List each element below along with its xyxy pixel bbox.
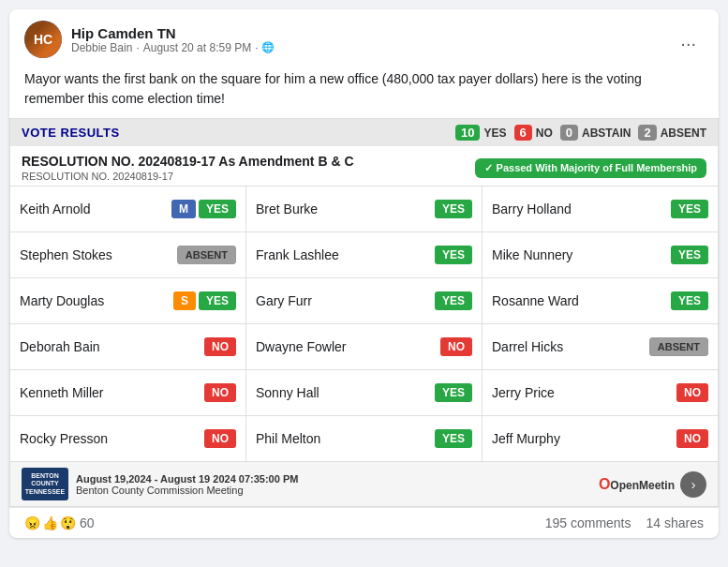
vote-tag: ABSENT bbox=[177, 246, 236, 264]
vote-badges: YES bbox=[435, 429, 472, 448]
yes-label: YES bbox=[483, 127, 506, 140]
footer-meeting: Benton County Commission Meeting bbox=[76, 485, 298, 496]
no-count-badge: 6 NO bbox=[514, 125, 553, 141]
open-meeting-logo: OOpenMeetin bbox=[599, 476, 675, 493]
table-row: Mike NunneryYES bbox=[483, 232, 718, 277]
vote-results-image: VOTE RESULTS 10 YES 6 NO 0 ABSTAIN 2 ABS… bbox=[9, 118, 719, 507]
member-name: Bret Burke bbox=[256, 201, 318, 216]
passed-text: Passed With Majority of Full Membership bbox=[497, 162, 697, 173]
vote-badges: SYES bbox=[173, 291, 236, 310]
vote-badges: ABSENT bbox=[649, 337, 708, 356]
resolution-header: RESOLUTION NO. 20240819-17 As Amendment … bbox=[10, 146, 718, 187]
abstain-count-badge: 0 ABSTAIN bbox=[560, 125, 631, 141]
vote-tag: YES bbox=[671, 200, 708, 218]
member-name: Mike Nunnery bbox=[492, 247, 572, 262]
yes-number: 10 bbox=[455, 125, 480, 141]
member-name: Stephen Stokes bbox=[20, 247, 112, 262]
nav-next-button[interactable]: › bbox=[680, 471, 706, 498]
vote-badges: MYES bbox=[171, 200, 236, 218]
vote-badges: YES bbox=[435, 383, 472, 402]
table-row: Jeff MurphyNO bbox=[483, 416, 718, 461]
table-row: Stephen StokesABSENT bbox=[10, 232, 245, 277]
check-icon: ✓ bbox=[484, 162, 493, 174]
vote-tag: NO bbox=[204, 337, 236, 356]
vote-tag: YES bbox=[435, 429, 472, 448]
vote-badges: YES bbox=[671, 246, 708, 264]
member-name: Dwayne Fowler bbox=[256, 339, 346, 354]
table-row: Gary FurrYES bbox=[246, 278, 482, 323]
absent-count-badge: 2 ABSENT bbox=[638, 125, 706, 141]
member-name: Rosanne Ward bbox=[492, 293, 579, 308]
no-number: 6 bbox=[514, 125, 532, 141]
footer-left: BENTON COUNTY TENNESSEE August 19,2024 -… bbox=[22, 468, 298, 500]
member-name: Phil Melton bbox=[256, 431, 320, 446]
vote-badges: YES bbox=[671, 291, 708, 310]
vote-badges: NO bbox=[204, 429, 236, 448]
vote-badges: YES bbox=[435, 246, 472, 264]
post-header-left: HC Hip Camden TN Debbie Bain · August 20… bbox=[24, 21, 275, 58]
member-name: Gary Furr bbox=[256, 293, 312, 308]
table-row: Jerry PriceNO bbox=[483, 370, 718, 415]
vote-footer: BENTON COUNTY TENNESSEE August 19,2024 -… bbox=[10, 461, 718, 506]
post-body: Mayor wants the first bank on the square… bbox=[9, 64, 719, 118]
member-name: Deborah Bain bbox=[20, 339, 100, 354]
post-footer: 😠 👍 😲 60 195 comments 14 shares bbox=[9, 507, 719, 538]
member-name: Sonny Hall bbox=[256, 385, 319, 400]
vote-badges: YES bbox=[435, 200, 472, 218]
member-name: Marty Douglas bbox=[20, 293, 104, 308]
table-row: Marty DouglasSYES bbox=[10, 278, 245, 323]
footer-date: August 19,2024 - August 19 2024 07:35:00… bbox=[76, 473, 298, 485]
no-label: NO bbox=[536, 127, 553, 140]
member-name: Jerry Price bbox=[492, 385, 555, 400]
absent-label: ABSENT bbox=[661, 127, 706, 140]
vote-tag: NO bbox=[676, 383, 708, 402]
table-row: Rocky PressonNO bbox=[10, 416, 245, 461]
vote-tag: YES bbox=[671, 291, 708, 310]
role-badge: S bbox=[173, 291, 196, 310]
vote-badges: ABSENT bbox=[177, 246, 236, 264]
post-meta: Hip Camden TN Debbie Bain · August 20 at… bbox=[71, 25, 275, 54]
member-name: Kenneth Miller bbox=[20, 385, 104, 400]
member-name: Keith Arnold bbox=[20, 201, 91, 216]
vote-tag: NO bbox=[204, 383, 236, 402]
vote-badges: YES bbox=[671, 200, 708, 218]
absent-number: 2 bbox=[638, 125, 656, 141]
vote-badges: NO bbox=[676, 383, 708, 402]
vote-counts: 10 YES 6 NO 0 ABSTAIN 2 ABSENT bbox=[455, 125, 706, 141]
table-row: Sonny HallYES bbox=[246, 370, 482, 415]
post-card: HC Hip Camden TN Debbie Bain · August 20… bbox=[9, 9, 719, 538]
footer-right: OOpenMeetin › bbox=[599, 471, 706, 498]
vote-badges: NO bbox=[676, 429, 708, 448]
reactions-count[interactable]: 60 bbox=[80, 515, 95, 530]
resolution-subtitle: RESOLUTION NO. 20240819-17 bbox=[22, 171, 354, 182]
vote-header-bar: VOTE RESULTS 10 YES 6 NO 0 ABSTAIN 2 ABS… bbox=[10, 119, 718, 146]
vote-badges: NO bbox=[440, 337, 472, 356]
vote-tag: YES bbox=[435, 246, 472, 264]
abstain-number: 0 bbox=[560, 125, 578, 141]
table-row: Bret BurkeYES bbox=[246, 187, 482, 231]
comments-link[interactable]: 195 comments bbox=[545, 515, 631, 530]
vote-badges: NO bbox=[204, 337, 236, 356]
vote-tag: ABSENT bbox=[649, 337, 708, 356]
reactions-left: 😠 👍 😲 60 bbox=[24, 515, 95, 530]
vote-grid: Keith ArnoldMYESBret BurkeYESBarry Holla… bbox=[10, 187, 718, 461]
post-date: August 20 at 8:59 PM bbox=[143, 41, 251, 54]
member-name: Barry Holland bbox=[492, 201, 572, 216]
wow-emoji: 😲 bbox=[60, 515, 76, 530]
table-row: Barry HollandYES bbox=[483, 187, 718, 231]
vote-tag: YES bbox=[435, 383, 472, 402]
avatar: HC bbox=[24, 21, 62, 58]
shares-link[interactable]: 14 shares bbox=[646, 515, 704, 530]
page-name[interactable]: Hip Camden TN bbox=[71, 25, 275, 41]
vote-tag: NO bbox=[440, 337, 472, 356]
table-row: Rosanne WardYES bbox=[483, 278, 718, 323]
table-row: Keith ArnoldMYES bbox=[10, 187, 245, 231]
resolution-title: RESOLUTION NO. 20240819-17 As Amendment … bbox=[22, 154, 354, 169]
table-row: Dwayne FowlerNO bbox=[246, 324, 482, 369]
angry-emoji: 😠 bbox=[24, 515, 40, 530]
table-row: Frank LashleeYES bbox=[246, 232, 482, 277]
table-row: Phil MeltonYES bbox=[246, 416, 482, 461]
more-options-button[interactable]: ... bbox=[673, 25, 704, 54]
vote-tag: NO bbox=[204, 429, 236, 448]
vote-tag: YES bbox=[199, 291, 236, 310]
